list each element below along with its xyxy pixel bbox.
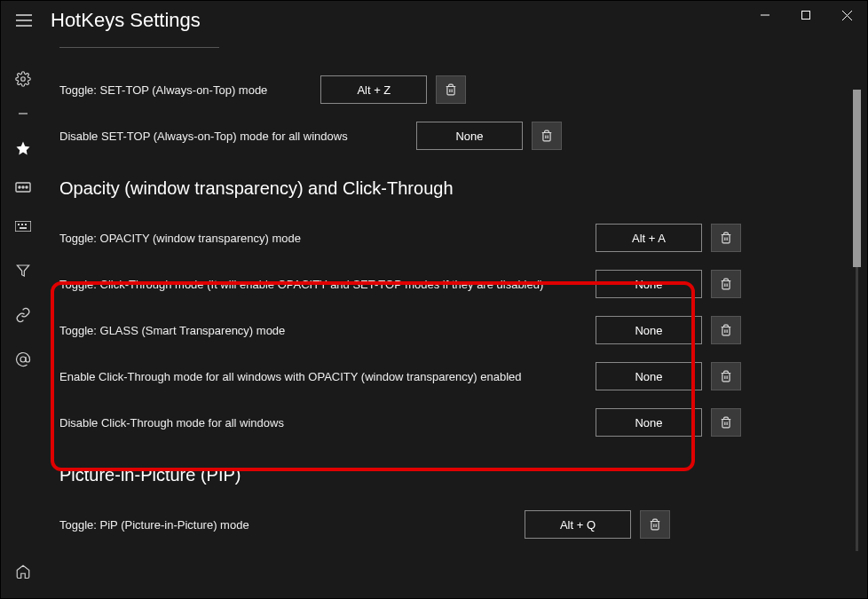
row-toggle-clickthrough: Toggle: Click-Through mode (It will enab… bbox=[59, 261, 840, 307]
hotkey-button[interactable]: None bbox=[596, 408, 702, 437]
keyboard-icon[interactable] bbox=[5, 216, 41, 237]
clear-button[interactable] bbox=[640, 510, 670, 539]
field-icon[interactable] bbox=[5, 177, 41, 198]
hotkey-button[interactable]: None bbox=[416, 122, 523, 150]
clear-button[interactable] bbox=[711, 408, 741, 437]
trash-icon bbox=[541, 129, 553, 143]
title-underline bbox=[59, 47, 219, 48]
svg-rect-4 bbox=[802, 12, 810, 20]
row-disable-settop: Disable SET-TOP (Always-on-Top) mode for… bbox=[59, 113, 840, 159]
row-label: Toggle: GLASS (Smart Transparency) mode bbox=[59, 324, 285, 337]
row-enable-clickthrough-all: Enable Click-Through mode for all window… bbox=[59, 353, 840, 399]
sidebar-divider bbox=[19, 113, 28, 114]
clear-button[interactable] bbox=[711, 362, 741, 390]
sidebar bbox=[1, 40, 45, 598]
filter-icon[interactable] bbox=[5, 260, 41, 281]
trash-icon bbox=[649, 517, 661, 532]
trash-icon bbox=[720, 323, 732, 337]
svg-point-9 bbox=[19, 186, 20, 188]
svg-rect-12 bbox=[15, 221, 31, 232]
row-label: Disable SET-TOP (Always-on-Top) mode for… bbox=[59, 130, 348, 143]
row-toggle-opacity: Toggle: OPACITY (window transparency) mo… bbox=[59, 215, 840, 261]
hotkey-button[interactable]: None bbox=[596, 362, 702, 390]
svg-rect-14 bbox=[21, 224, 23, 225]
hamburger-menu[interactable] bbox=[6, 3, 42, 38]
row-label: Toggle: OPACITY (window transparency) mo… bbox=[59, 232, 301, 245]
gear-icon[interactable] bbox=[5, 68, 41, 90]
row-toggle-settop: Toggle: SET-TOP (Always-on-Top) mode Alt… bbox=[59, 67, 840, 113]
close-button[interactable] bbox=[826, 1, 867, 29]
row-disable-clickthrough-all: Disable Click-Through mode for all windo… bbox=[59, 399, 840, 445]
row-label: Toggle: SET-TOP (Always-on-Top) mode bbox=[59, 83, 267, 97]
hotkey-button[interactable]: Alt + Q bbox=[525, 510, 631, 539]
hotkey-button[interactable]: Alt + Z bbox=[320, 75, 427, 104]
trash-icon bbox=[720, 415, 732, 430]
trash-icon bbox=[720, 277, 732, 291]
row-label: Toggle: Click-Through mode (It will enab… bbox=[59, 278, 543, 291]
titlebar: HotKeys Settings bbox=[1, 1, 867, 40]
clear-button[interactable] bbox=[436, 75, 466, 104]
at-icon[interactable] bbox=[5, 349, 41, 370]
svg-rect-13 bbox=[18, 224, 20, 225]
link-icon[interactable] bbox=[5, 304, 41, 326]
clear-button[interactable] bbox=[532, 122, 562, 150]
hotkey-button[interactable]: None bbox=[596, 316, 702, 344]
trash-icon bbox=[445, 83, 457, 97]
scrollbar-thumb[interactable] bbox=[853, 90, 861, 267]
row-label: Enable Click-Through mode for all window… bbox=[59, 370, 521, 383]
row-label: Toggle: PiP (Picture-in-Picture) mode bbox=[59, 518, 249, 532]
svg-rect-16 bbox=[20, 227, 27, 229]
row-toggle-pip: Toggle: PiP (Picture-in-Picture) mode Al… bbox=[59, 501, 840, 548]
maximize-button[interactable] bbox=[785, 1, 826, 29]
svg-point-7 bbox=[21, 77, 26, 82]
clear-button[interactable] bbox=[711, 270, 741, 298]
row-toggle-glass: Toggle: GLASS (Smart Transparency) mode … bbox=[59, 307, 840, 353]
star-icon[interactable] bbox=[5, 138, 41, 159]
trash-icon bbox=[720, 369, 732, 383]
hotkey-button[interactable]: Alt + A bbox=[596, 224, 702, 252]
window-controls bbox=[745, 1, 867, 29]
row-label: Disable Click-Through mode for all windo… bbox=[59, 416, 284, 430]
clear-button[interactable] bbox=[711, 316, 741, 344]
minimize-button[interactable] bbox=[745, 1, 785, 29]
svg-point-11 bbox=[26, 186, 28, 188]
svg-point-10 bbox=[22, 186, 24, 188]
svg-point-17 bbox=[20, 357, 26, 362]
section-opacity-header: Opacity (window transparency) and Click-… bbox=[59, 178, 840, 199]
svg-rect-15 bbox=[25, 224, 27, 225]
section-pip-header: Picture-in-Picture (PIP) bbox=[59, 465, 840, 485]
hotkey-button[interactable]: None bbox=[596, 270, 702, 298]
trash-icon bbox=[720, 231, 732, 245]
page-title: HotKeys Settings bbox=[51, 9, 201, 32]
content-area: Toggle: SET-TOP (Always-on-Top) mode Alt… bbox=[45, 58, 867, 598]
clear-button[interactable] bbox=[711, 224, 741, 252]
home-icon[interactable] bbox=[5, 561, 41, 582]
